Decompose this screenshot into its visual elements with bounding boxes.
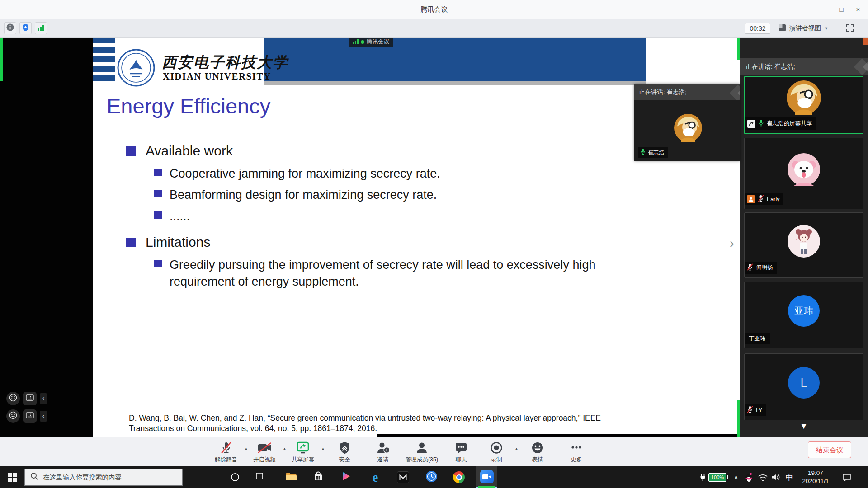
tray-date: 2020/11/1: [802, 477, 829, 485]
screen-share-icon: [747, 120, 755, 128]
speaker-name: 崔志浩: [648, 149, 664, 156]
bullet-item: Greedily pursuing the improvement of sec…: [170, 257, 627, 290]
participant-name: LY: [756, 407, 762, 413]
bullet-item: ......: [170, 208, 190, 225]
participant-label: LY: [745, 404, 766, 416]
bullet-square-icon: [154, 190, 162, 197]
clock-app-icon: [425, 470, 438, 484]
tencent-meeting-icon: [480, 470, 494, 483]
chrome-button[interactable]: [448, 466, 469, 488]
share-status-pill: 腾讯会议: [349, 37, 393, 47]
tencent-meeting-app-button[interactable]: [476, 466, 497, 488]
clock-app-button[interactable]: [421, 466, 442, 488]
participant-tile-hemingyang[interactable]: 何明扬: [744, 212, 863, 278]
bullet-item: Beamforming design for maximizing secrec…: [170, 187, 437, 203]
participant-tile-early[interactable]: Early: [744, 138, 863, 209]
close-button[interactable]: ×: [849, 3, 867, 16]
participants-sidebar: 正在讲话: 崔志浩; 崔志浩的屏幕共享 Ea: [740, 38, 868, 437]
maximize-button[interactable]: □: [833, 3, 850, 16]
quick-reaction-row: ‹: [6, 409, 47, 423]
tray-time: 19:07: [808, 469, 823, 477]
participant-tile-dingyawei[interactable]: 亚玮 丁亚玮: [744, 282, 863, 348]
university-name-en: XIDIAN UNIVERSITY: [163, 71, 271, 82]
active-speaker-overlay[interactable]: 正在讲话: 崔志浩; 崔志浩: [634, 84, 740, 161]
microsoft-store-button[interactable]: [308, 466, 329, 488]
chevron-down-icon: ▼: [824, 26, 828, 31]
start-button[interactable]: [2, 466, 23, 488]
participant-label: Early: [745, 193, 783, 205]
meeting-info-button[interactable]: [4, 22, 16, 34]
volume-icon[interactable]: [769, 466, 782, 488]
mic-muted-icon: [747, 406, 753, 414]
wifi-icon[interactable]: [756, 466, 769, 488]
participant-label: 崔志浩的屏幕共享: [745, 117, 816, 130]
file-explorer-button[interactable]: [280, 466, 301, 488]
minimize-button[interactable]: —: [816, 3, 833, 16]
layout-view-icon: [778, 24, 786, 33]
emoji-button[interactable]: [6, 392, 20, 405]
quick-reaction-row: ‹: [6, 392, 47, 405]
chrome-icon: [453, 471, 465, 483]
scroll-down-arrow[interactable]: ▼: [793, 422, 814, 431]
edge-button[interactable]: e: [365, 466, 386, 488]
active-speaker-header: 正在讲话: 崔志浩;: [634, 84, 740, 100]
keyboard-button[interactable]: [23, 409, 37, 423]
share-border-right-bottom: [737, 400, 740, 440]
folder-icon: [285, 471, 297, 483]
meeting-active-underline: [478, 486, 495, 488]
collapse-left-chevron[interactable]: ‹: [40, 411, 47, 422]
cortana-button[interactable]: [225, 466, 245, 488]
search-input[interactable]: [43, 474, 174, 481]
emoji-button[interactable]: [6, 409, 20, 423]
sidebar-speaking-header: 正在讲话: 崔志浩;: [740, 58, 868, 75]
taskbar-clock[interactable]: 19:07 2020/11/1: [797, 466, 835, 488]
m-app-button[interactable]: [392, 466, 413, 488]
bullet-square-icon: [154, 260, 162, 267]
window-titlebar: 腾讯会议 — □ ×: [0, 0, 868, 19]
taskbar-search[interactable]: [24, 469, 183, 486]
security-status-button[interactable]: [19, 22, 32, 34]
slide-section-available-work: Available work Cooperative jamming for m…: [126, 143, 673, 229]
end-meeting-button[interactable]: 结束会议: [808, 441, 851, 458]
participant-tile-ly[interactable]: L LY: [744, 353, 863, 420]
bullet-square-icon: [126, 146, 136, 156]
university-seal-logo: [117, 48, 156, 89]
speaker-name-badge: 崔志浩: [638, 147, 668, 158]
smiley-icon: [9, 411, 17, 421]
bullet-square-icon: [154, 211, 162, 219]
sidebar-collapse-chevron[interactable]: ›: [730, 235, 734, 251]
collapse-left-chevron[interactable]: ‹: [40, 393, 47, 404]
meeting-toolbar: 解除静音 ▲ 开启视频 ▲ 共享屏幕 ▲ 安全 邀请 管理成员(35): [0, 437, 868, 466]
share-border-left: [0, 38, 3, 81]
view-mode-button[interactable]: 演讲者视图 ▼: [776, 22, 831, 35]
participant-tile-cuizhihao[interactable]: 崔志浩的屏幕共享: [744, 76, 863, 134]
keyboard-icon: [26, 394, 34, 403]
task-view-icon: [255, 472, 265, 483]
meeting-statusbar: 00:32 演讲者视图 ▼: [0, 19, 868, 38]
window-title: 腾讯会议: [0, 0, 868, 19]
task-view-button[interactable]: [250, 466, 270, 488]
mic-muted-icon: [758, 195, 764, 203]
section-heading: Limitations: [146, 235, 210, 250]
avatar: [787, 80, 821, 115]
media-app-button[interactable]: [335, 466, 356, 488]
play-triangle-icon: [340, 471, 351, 483]
more-button[interactable]: 更多: [552, 441, 601, 464]
tray-expand-chevron[interactable]: ∧: [730, 466, 742, 488]
keyboard-button[interactable]: [23, 392, 37, 405]
windows-logo-icon: [8, 473, 17, 482]
battery-indicator[interactable]: 100%: [708, 466, 729, 488]
slide-banner-shadow: [264, 81, 646, 85]
slide-title: Energy Efficiency: [107, 94, 270, 118]
smiley-icon: [9, 394, 17, 404]
ime-indicator[interactable]: 中: [783, 466, 796, 488]
active-speaker-video: 崔志浩: [634, 100, 740, 161]
action-center-button[interactable]: [839, 466, 854, 488]
power-plug-icon: [698, 466, 708, 488]
screen-share-letterbox: [0, 38, 93, 437]
qq-tray-icon[interactable]: [743, 466, 755, 488]
fullscreen-button[interactable]: [844, 23, 855, 34]
network-quality-button[interactable]: [35, 22, 47, 34]
mic-on-icon: [640, 148, 646, 156]
more-dots-icon: [552, 441, 601, 455]
